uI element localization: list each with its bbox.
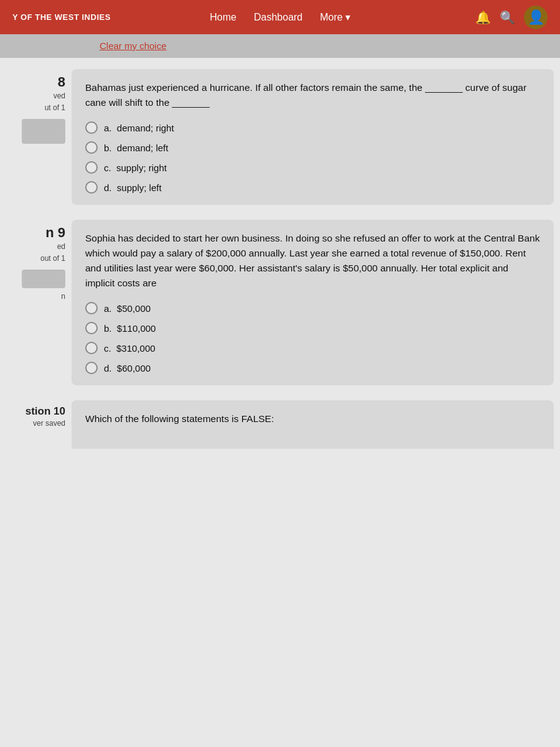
- nav-home[interactable]: Home: [210, 12, 236, 23]
- question-text-8: Bahamas just experienced a hurricane. If…: [85, 80, 540, 110]
- sidebar-box-8: [22, 119, 65, 144]
- radio-8-c[interactable]: [85, 161, 98, 174]
- option-label-9-d: d. $60,000: [104, 363, 151, 374]
- option-label-9-c: c. $310,000: [104, 343, 156, 354]
- question-row-8: 8 ved ut of 1 Bahamas just experienced a…: [0, 69, 554, 205]
- option-label-8-b: b. demand; left: [104, 143, 168, 153]
- bell-icon[interactable]: 🔔: [475, 10, 491, 25]
- radio-8-b[interactable]: [85, 141, 98, 154]
- question-sidebar-9: n 9 ed out of 1 n: [0, 220, 72, 385]
- subheader: Clear my choice: [0, 34, 560, 58]
- nav-links: Home Dashboard More ▾: [210, 11, 350, 23]
- q9-sidebar-note: n: [61, 292, 65, 301]
- nav-icons: 🔔 🔍 👤: [475, 6, 548, 29]
- nav-more-dropdown[interactable]: More ▾: [320, 11, 350, 23]
- question-meta-9: ed out of 1: [40, 241, 65, 265]
- option-9-b[interactable]: b. $110,000: [85, 322, 540, 334]
- question-number-10: stion 10: [26, 405, 65, 418]
- avatar[interactable]: 👤: [524, 6, 548, 29]
- radio-8-a[interactable]: [85, 121, 98, 134]
- option-label-9-a: a. $50,000: [104, 303, 151, 314]
- search-icon[interactable]: 🔍: [500, 10, 515, 25]
- chevron-down-icon: ▾: [345, 11, 350, 23]
- question-meta-8: ved ut of 1: [45, 90, 65, 114]
- site-logo: Y OF THE WEST INDIES: [12, 12, 111, 22]
- main-content: 8 ved ut of 1 Bahamas just experienced a…: [0, 58, 560, 449]
- radio-9-d[interactable]: [85, 362, 98, 374]
- options-list-8: a. demand; right b. demand; left c. supp…: [85, 121, 540, 194]
- question-card-9: Sophia has decided to start her own busi…: [72, 220, 554, 385]
- nav-more-label: More: [320, 12, 342, 23]
- option-8-b[interactable]: b. demand; left: [85, 141, 540, 154]
- option-9-d[interactable]: d. $60,000: [85, 362, 540, 374]
- question-card-10: Which of the following statements is FAL…: [72, 400, 554, 449]
- radio-8-d[interactable]: [85, 181, 98, 194]
- radio-9-c[interactable]: [85, 342, 98, 354]
- question-row-10: stion 10 ver saved Which of the followin…: [0, 400, 554, 449]
- option-9-c[interactable]: c. $310,000: [85, 342, 540, 354]
- question-card-8: Bahamas just experienced a hurricane. If…: [72, 69, 554, 205]
- options-list-9: a. $50,000 b. $110,000 c. $310,000 d. $6…: [85, 302, 540, 374]
- clear-choice-link[interactable]: Clear my choice: [100, 40, 167, 51]
- option-9-a[interactable]: a. $50,000: [85, 302, 540, 314]
- question-meta-10: ver saved: [33, 418, 65, 430]
- nav-dashboard[interactable]: Dashboard: [254, 12, 302, 23]
- option-label-8-a: a. demand; right: [104, 123, 174, 133]
- option-label-8-c: c. supply; right: [104, 162, 167, 173]
- question-sidebar-8: 8 ved ut of 1: [0, 69, 72, 205]
- radio-9-a[interactable]: [85, 302, 98, 314]
- question-number-9: n 9: [45, 225, 65, 241]
- option-8-c[interactable]: c. supply; right: [85, 161, 540, 174]
- radio-9-b[interactable]: [85, 322, 98, 334]
- question-row-9: n 9 ed out of 1 n Sophia has decided to …: [0, 220, 554, 385]
- question-sidebar-10: stion 10 ver saved: [0, 400, 72, 449]
- option-8-d[interactable]: d. supply; left: [85, 181, 540, 194]
- question-text-10: Which of the following statements is FAL…: [85, 411, 540, 426]
- question-number-8: 8: [58, 74, 65, 90]
- sidebar-box-9: [22, 270, 65, 288]
- option-8-a[interactable]: a. demand; right: [85, 121, 540, 134]
- option-label-9-b: b. $110,000: [104, 323, 156, 334]
- option-label-8-d: d. supply; left: [104, 182, 162, 193]
- question-text-9: Sophia has decided to start her own busi…: [85, 231, 540, 291]
- top-nav: Y OF THE WEST INDIES Home Dashboard More…: [0, 0, 560, 34]
